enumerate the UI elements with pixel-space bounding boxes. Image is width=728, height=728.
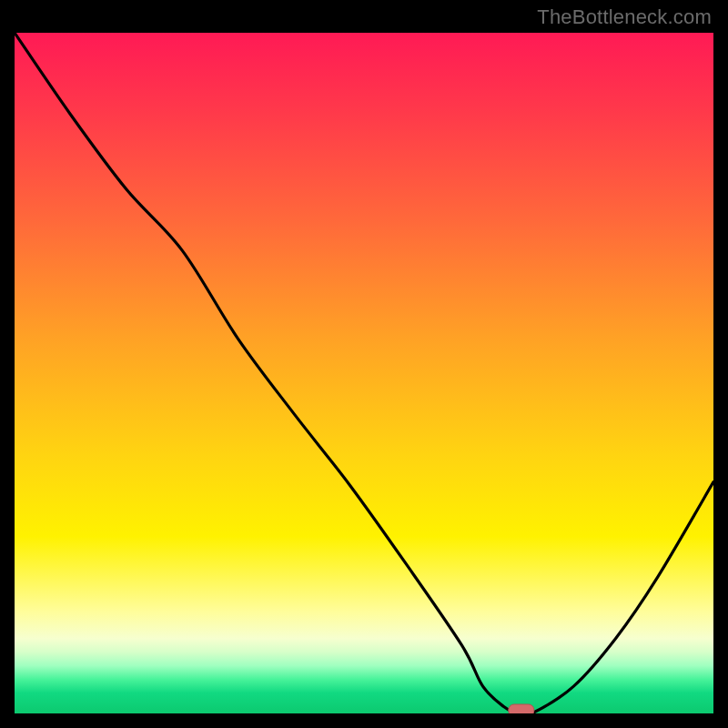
- watermark-text: TheBottleneck.com: [537, 5, 712, 29]
- gradient-background: [15, 33, 713, 713]
- chart-frame: TheBottleneck.com: [0, 0, 728, 728]
